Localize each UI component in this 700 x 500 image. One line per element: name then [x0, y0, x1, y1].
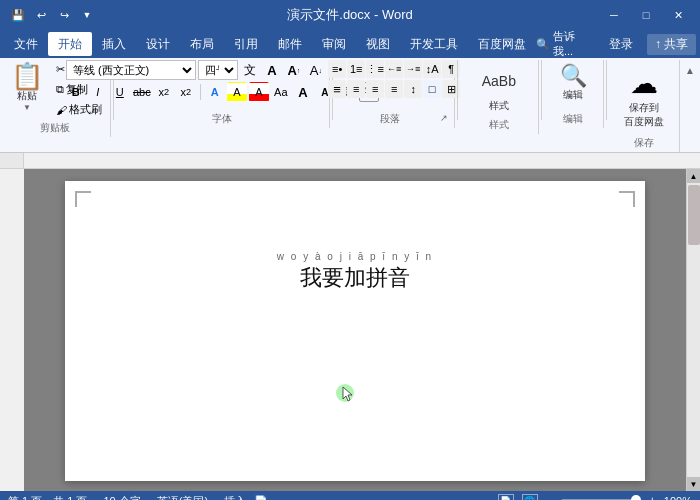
menu-view[interactable]: 视图 [356, 32, 400, 56]
ruler-main: var marks = ''; for(var i=0;i<700;i+=10)… [24, 153, 700, 168]
scroll-thumb[interactable] [688, 185, 700, 245]
zoom-thumb[interactable] [631, 495, 641, 500]
view-web-btn[interactable]: 🌐 [522, 494, 538, 500]
paste-btn[interactable]: 📋 粘贴 ▼ [4, 60, 50, 119]
menu-developer[interactable]: 开发工具 [400, 32, 468, 56]
font-aa-upper-btn[interactable]: Aa [271, 82, 291, 102]
style-normal-btn[interactable]: AaBb 样式 [474, 60, 524, 116]
ribbon-group-font: 等线 (西文正文) 四号 文 A A↑ A↓ A✕ B I U abc x [116, 60, 330, 128]
signin-btn[interactable]: 登录 [601, 34, 641, 55]
vertical-scrollbar[interactable]: ▲ ▼ [686, 169, 700, 491]
save-baidu-label: 保存到 百度网盘 [624, 101, 664, 129]
superscript-btn[interactable]: x2 [176, 82, 196, 102]
editing-find-btn[interactable]: 🔍 编辑 [551, 60, 595, 107]
undo-btn[interactable]: ↩ [31, 5, 51, 25]
find-icon: 🔍 [560, 65, 587, 87]
minimize-btn[interactable]: ─ [600, 5, 628, 25]
scroll-down-btn[interactable]: ▼ [687, 477, 701, 491]
menu-baidu[interactable]: 百度网盘 [468, 32, 536, 56]
view-print-btn[interactable]: 📄 [498, 494, 514, 500]
font-name-select[interactable]: 等线 (西文正文) [66, 60, 196, 80]
zoom-in-btn[interactable]: + [649, 494, 656, 500]
menu-file[interactable]: 文件 [4, 32, 48, 56]
cursor-svg [335, 381, 355, 405]
highlight-btn[interactable]: A [227, 82, 247, 102]
list-bullet-btn[interactable]: ≡• [328, 60, 346, 78]
menu-insert[interactable]: 插入 [92, 32, 136, 56]
font-wenzhi-btn[interactable]: 文 [240, 60, 260, 80]
indent-less-btn[interactable]: ←≡ [385, 60, 403, 78]
redo-btn[interactable]: ↪ [54, 5, 74, 25]
status-page: 第 1 页，共 1 页 [8, 494, 87, 501]
font-color-btn[interactable]: A [249, 82, 269, 102]
status-language: 英语(美国) [157, 494, 208, 501]
doc-scroll-area[interactable]: w o y à o j i ā p ī n y ī n 我要加拼音 [24, 169, 686, 491]
styles-content: AaBb 样式 [474, 60, 524, 116]
svg-point-5 [336, 384, 354, 402]
customize-qa-btn[interactable]: ▼ [77, 5, 97, 25]
share-btn[interactable]: ↑ 共享 [647, 34, 696, 55]
font-A-btn[interactable]: A [262, 60, 282, 80]
align-left-btn[interactable]: ≡ [328, 80, 346, 98]
save-label-bottom: 保存 [615, 136, 673, 150]
scroll-track[interactable] [687, 183, 700, 477]
para-controls: ≡• 1≡ ⋮≡ ←≡ →≡ ↕A ¶ ≡ ≡ ≡ ≡ ↕ □ ⊞ [328, 60, 460, 98]
decrease-font-btn[interactable]: A↓ [306, 60, 326, 80]
menu-design[interactable]: 设计 [136, 32, 180, 56]
multilevel-list-btn[interactable]: ⋮≡ [366, 60, 384, 78]
font-label: 字体 [122, 112, 323, 126]
quick-access-toolbar: 💾 ↩ ↪ ▼ [8, 5, 97, 25]
strikethrough-btn[interactable]: abc [132, 82, 152, 102]
editing-content: 🔍 编辑 [551, 60, 595, 110]
justify-btn[interactable]: ≡ [385, 80, 403, 98]
increase-font-btn[interactable]: A↑ [284, 60, 304, 80]
ribbon-collapse-btn[interactable]: ▲ [682, 62, 698, 78]
underline-btn[interactable]: U [110, 82, 130, 102]
search-icon: 🔍 [536, 38, 550, 51]
ruler-left-margin [0, 153, 24, 168]
sort-btn[interactable]: ↕A [423, 60, 441, 78]
maximize-btn[interactable]: □ [632, 5, 660, 25]
align-right-btn[interactable]: ≡ [366, 80, 384, 98]
list-number-btn[interactable]: 1≡ [347, 60, 365, 78]
ribbon: 📋 粘贴 ▼ ✂ 剪切 ⧉ 复制 🖌 格式刷 [0, 58, 700, 153]
sep-3 [457, 60, 458, 120]
style-previews: AaBb 样式 [474, 60, 524, 116]
style-normal-preview: AaBb [481, 63, 517, 99]
status-mode: 插入 [224, 494, 246, 501]
font-size-large-btn[interactable]: A [293, 82, 313, 102]
save-baidu-btn[interactable]: ☁ 保存到 百度网盘 [615, 60, 673, 134]
ribbon-group-paragraph: ≡• 1≡ ⋮≡ ←≡ →≡ ↕A ¶ ≡ ≡ ≡ ≡ ↕ □ ⊞ [335, 60, 455, 128]
align-center-btn[interactable]: ≡ [347, 80, 365, 98]
vruler-svg [0, 169, 24, 491]
paste-arrow[interactable]: ▼ [23, 103, 31, 112]
paragraph-expand-btn[interactable]: ↗ [440, 113, 448, 123]
scroll-up-btn[interactable]: ▲ [687, 169, 701, 183]
main-text[interactable]: 我要加拼音 [135, 263, 575, 293]
close-btn[interactable]: ✕ [664, 5, 692, 25]
bold-btn[interactable]: B [66, 82, 86, 102]
para-label-row: 段落 ↗ [341, 110, 448, 126]
zoom-level: 100% [664, 495, 692, 500]
sep-5 [606, 60, 607, 120]
borders-btn[interactable]: ⊞ [442, 80, 460, 98]
zoom-out-btn[interactable]: − [546, 494, 553, 500]
menu-review[interactable]: 审阅 [312, 32, 356, 56]
show-marks-btn[interactable]: ¶ [442, 60, 460, 78]
menu-layout[interactable]: 布局 [180, 32, 224, 56]
font-size-select[interactable]: 四号 [198, 60, 238, 80]
save-quickaccess-btn[interactable]: 💾 [8, 5, 28, 25]
menu-mailings[interactable]: 邮件 [268, 32, 312, 56]
corner-tr [619, 191, 635, 207]
paste-icon: 📋 [11, 63, 43, 89]
paragraph-label: 段落 [341, 112, 440, 126]
text-effect-btn[interactable]: A [205, 82, 225, 102]
line-spacing-btn[interactable]: ↕ [404, 80, 422, 98]
tell-me-btn[interactable]: 🔍 告诉我... [536, 29, 595, 59]
menu-home[interactable]: 开始 [48, 32, 92, 56]
menu-references[interactable]: 引用 [224, 32, 268, 56]
subscript-btn[interactable]: x2 [154, 82, 174, 102]
italic-btn[interactable]: I [88, 82, 108, 102]
shading-btn[interactable]: □ [423, 80, 441, 98]
indent-more-btn[interactable]: →≡ [404, 60, 422, 78]
